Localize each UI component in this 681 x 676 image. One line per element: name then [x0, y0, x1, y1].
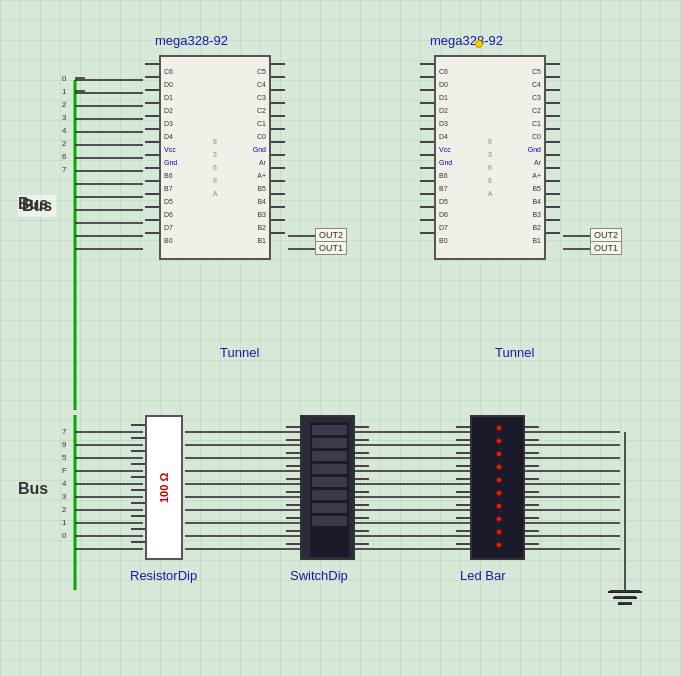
- led-dot-1: [496, 425, 502, 431]
- led-dot-4: [496, 464, 502, 470]
- bus1-text: Bus: [18, 195, 48, 213]
- led-dot-2: [496, 438, 502, 444]
- bus2-num-f: F: [62, 466, 67, 475]
- resistor-dip[interactable]: 100 Ω: [145, 415, 183, 560]
- mega1-title: mega328-92: [155, 33, 228, 48]
- resistor-label: ResistorDip: [130, 568, 197, 583]
- bus2-num-9: 9: [62, 440, 66, 449]
- bus2-num-4: 4: [62, 479, 66, 488]
- led-dot-7: [496, 503, 502, 509]
- mega2-title: mega328-92: [430, 33, 503, 48]
- switchdip-right-pins: [355, 426, 369, 545]
- bus2-num-7: 7: [62, 427, 66, 436]
- ground-symbol: [610, 590, 640, 604]
- tunnel1-out2: OUT2: [315, 228, 347, 242]
- tunnel1-label: Tunnel: [220, 345, 259, 360]
- bus2-num-5: 5: [62, 453, 66, 462]
- tunnel2-label: Tunnel: [495, 345, 534, 360]
- bus2-num-3: 3: [62, 492, 66, 501]
- mega1-right-pins: [271, 63, 285, 234]
- bus-num-1: 1: [62, 87, 66, 96]
- ledbar-right-pins: [525, 426, 539, 545]
- led-dot-8: [496, 516, 502, 522]
- led-dot-3: [496, 451, 502, 457]
- led-dot-6: [496, 490, 502, 496]
- bus2-text: Bus: [18, 480, 48, 498]
- led-bar[interactable]: [470, 415, 525, 560]
- mega2-left-pins: [420, 63, 434, 234]
- switch-dip[interactable]: [300, 415, 355, 560]
- bus-num-2: 2: [62, 100, 66, 109]
- led-dot-10: [496, 542, 502, 548]
- switch-label: SwitchDip: [290, 568, 348, 583]
- mega2-chip[interactable]: mega328-92 C6D0D1D2D3D4 VccGnd B6B7D5D6D…: [420, 55, 560, 260]
- tunnel1-out1: OUT1: [315, 241, 347, 255]
- bus2-num-2: 2: [62, 505, 66, 514]
- led-bar-label: Led Bar: [460, 568, 506, 583]
- mega1-chip[interactable]: mega328-92 C6D0D1D2D3D4 VccGnd B6B7D5D6D…: [145, 55, 285, 260]
- tunnel2-out1: OUT1: [590, 241, 622, 255]
- schematic-canvas: 0 1 2 3 4 2 6 7 Bus Bus mega328-92 C6D0D…: [0, 0, 681, 676]
- switchdip-left-pins: [286, 426, 300, 545]
- bus-num-7: 7: [62, 165, 66, 174]
- led-dot-5: [496, 477, 502, 483]
- led-dot-9: [496, 529, 502, 535]
- bus-num-5: 2: [62, 139, 66, 148]
- bus-num-3: 3: [62, 113, 66, 122]
- resistor-value: 100 Ω: [158, 472, 170, 502]
- resistor-left-pins: [131, 415, 145, 543]
- mega2-body: C6D0D1D2D3D4 VccGnd B6B7D5D6D7B0 C5C4C3C…: [434, 55, 546, 260]
- mega1-left-pins: [145, 63, 159, 234]
- bus2-num-0b: 0: [62, 531, 66, 540]
- ledbar-left-pins: [456, 426, 470, 545]
- mega1-body: C6D0D1D2D3D4 VccGnd B6B7D5D6D7B0 C5C4C3C…: [159, 55, 271, 260]
- bus-num-6: 6: [62, 152, 66, 161]
- tunnel2-out2: OUT2: [590, 228, 622, 242]
- bus-num-4: 4: [62, 126, 66, 135]
- bus2-num-1: 1: [62, 518, 66, 527]
- mega2-notch: [475, 40, 483, 48]
- bus-num-0: 0: [62, 74, 66, 83]
- mega2-right-pins: [546, 63, 560, 234]
